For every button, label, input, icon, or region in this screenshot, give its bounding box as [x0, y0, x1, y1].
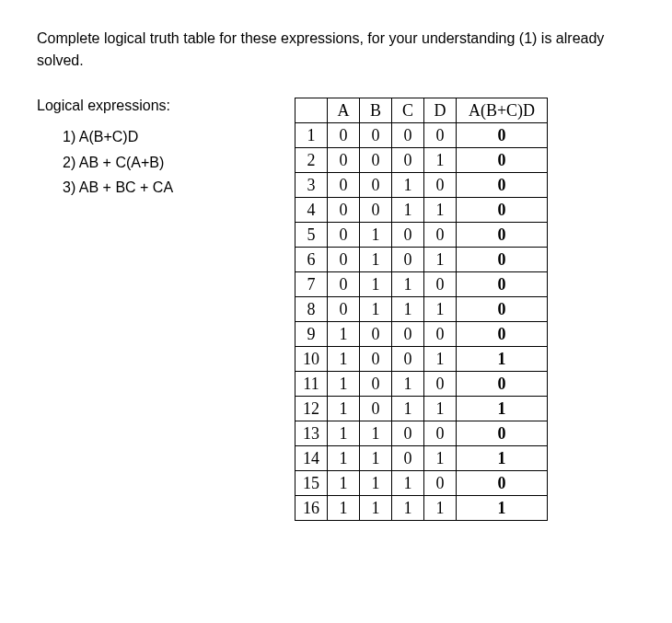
cell-b: 0 [360, 198, 392, 223]
cell-result: 1 [457, 347, 548, 372]
cell-d: 0 [424, 372, 457, 397]
column-header-result: A(B+C)D [457, 98, 548, 123]
cell-d: 0 [424, 223, 457, 248]
expression-item: 2) AB + C(A+B) [63, 151, 276, 175]
table-row: 400110 [295, 198, 548, 223]
table-row: 701100 [295, 272, 548, 297]
cell-d: 0 [424, 322, 457, 347]
cell-b: 0 [360, 372, 392, 397]
row-number-cell: 15 [295, 471, 328, 496]
expression-item: 1) A(B+C)D [63, 125, 276, 149]
row-number-cell: 5 [295, 223, 328, 248]
row-number-cell: 4 [295, 198, 328, 223]
cell-b: 1 [360, 272, 392, 297]
cell-result: 1 [457, 496, 548, 521]
cell-result: 1 [457, 397, 548, 421]
cell-a: 1 [328, 471, 360, 496]
problem-intro: Complete logical truth table for these e… [37, 28, 635, 72]
cell-d: 0 [424, 471, 457, 496]
table-row: 910000 [295, 322, 548, 347]
content-row: Logical expressions: 1) A(B+C)D 2) AB + … [37, 98, 635, 521]
row-number-header [295, 98, 328, 123]
table-row: 1110100 [295, 372, 548, 397]
table-row: 1010011 [295, 347, 548, 372]
cell-result: 0 [457, 123, 548, 148]
cell-result: 0 [457, 198, 548, 223]
cell-result: 0 [457, 372, 548, 397]
column-header-b: B [360, 98, 392, 123]
table-row: 1611111 [295, 496, 548, 521]
cell-c: 1 [392, 397, 424, 421]
cell-c: 1 [392, 272, 424, 297]
cell-c: 0 [392, 123, 424, 148]
cell-d: 1 [424, 248, 457, 272]
cell-b: 1 [360, 446, 392, 471]
expression-item: 3) AB + BC + CA [63, 176, 276, 200]
table-row: 100000 [295, 123, 548, 148]
cell-d: 0 [424, 123, 457, 148]
cell-result: 0 [457, 248, 548, 272]
expression-text: AB + BC + CA [79, 179, 173, 195]
cell-a: 1 [328, 496, 360, 521]
cell-d: 1 [424, 347, 457, 372]
cell-c: 1 [392, 496, 424, 521]
cell-b: 0 [360, 397, 392, 421]
column-header-a: A [328, 98, 360, 123]
cell-result: 0 [457, 421, 548, 446]
cell-b: 0 [360, 148, 392, 173]
cell-c: 0 [392, 347, 424, 372]
cell-result: 0 [457, 471, 548, 496]
table-row: 1411011 [295, 446, 548, 471]
expression-text: A(B+C)D [79, 129, 138, 144]
cell-result: 0 [457, 223, 548, 248]
cell-c: 0 [392, 148, 424, 173]
cell-a: 1 [328, 397, 360, 421]
cell-b: 1 [360, 471, 392, 496]
cell-result: 0 [457, 272, 548, 297]
row-number-cell: 2 [295, 148, 328, 173]
table-row: 300100 [295, 173, 548, 198]
row-number-cell: 3 [295, 173, 328, 198]
expression-number: 2) [63, 155, 75, 170]
expressions-heading: Logical expressions: [37, 98, 276, 114]
row-number-cell: 9 [295, 322, 328, 347]
cell-c: 0 [392, 248, 424, 272]
expression-number: 3) [63, 179, 75, 195]
cell-d: 0 [424, 272, 457, 297]
cell-a: 0 [328, 223, 360, 248]
cell-a: 0 [328, 297, 360, 322]
cell-a: 0 [328, 248, 360, 272]
cell-result: 1 [457, 446, 548, 471]
row-number-cell: 7 [295, 272, 328, 297]
cell-result: 0 [457, 322, 548, 347]
column-header-c: C [392, 98, 424, 123]
row-number-cell: 11 [295, 372, 328, 397]
column-header-d: D [424, 98, 457, 123]
cell-c: 1 [392, 297, 424, 322]
cell-a: 1 [328, 372, 360, 397]
cell-a: 1 [328, 421, 360, 446]
cell-result: 0 [457, 173, 548, 198]
cell-a: 0 [328, 123, 360, 148]
cell-b: 0 [360, 123, 392, 148]
cell-c: 0 [392, 322, 424, 347]
cell-a: 0 [328, 148, 360, 173]
table-row: 801110 [295, 297, 548, 322]
cell-c: 1 [392, 372, 424, 397]
cell-b: 0 [360, 347, 392, 372]
cell-a: 0 [328, 198, 360, 223]
cell-b: 0 [360, 322, 392, 347]
row-number-cell: 1 [295, 123, 328, 148]
cell-c: 0 [392, 446, 424, 471]
row-number-cell: 16 [295, 496, 328, 521]
row-number-cell: 14 [295, 446, 328, 471]
row-number-cell: 6 [295, 248, 328, 272]
cell-a: 1 [328, 322, 360, 347]
expression-number: 1) [63, 129, 75, 144]
cell-a: 0 [328, 272, 360, 297]
row-number-cell: 8 [295, 297, 328, 322]
cell-b: 1 [360, 297, 392, 322]
cell-b: 1 [360, 223, 392, 248]
table-row: 200010 [295, 148, 548, 173]
cell-a: 1 [328, 347, 360, 372]
